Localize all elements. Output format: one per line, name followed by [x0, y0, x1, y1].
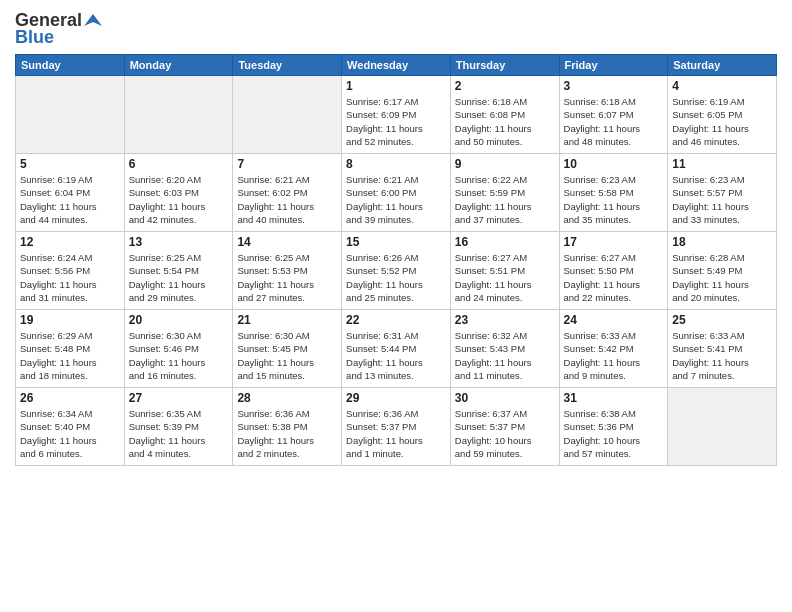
- day-info: Sunrise: 6:24 AM Sunset: 5:56 PM Dayligh…: [20, 251, 120, 304]
- day-cell: 13Sunrise: 6:25 AM Sunset: 5:54 PM Dayli…: [124, 232, 233, 310]
- day-number: 20: [129, 313, 229, 327]
- day-cell: [668, 388, 777, 466]
- day-info: Sunrise: 6:17 AM Sunset: 6:09 PM Dayligh…: [346, 95, 446, 148]
- day-cell: 25Sunrise: 6:33 AM Sunset: 5:41 PM Dayli…: [668, 310, 777, 388]
- weekday-header-tuesday: Tuesday: [233, 55, 342, 76]
- day-number: 1: [346, 79, 446, 93]
- day-number: 21: [237, 313, 337, 327]
- day-info: Sunrise: 6:32 AM Sunset: 5:43 PM Dayligh…: [455, 329, 555, 382]
- logo-blue: Blue: [15, 27, 54, 48]
- day-info: Sunrise: 6:19 AM Sunset: 6:05 PM Dayligh…: [672, 95, 772, 148]
- day-cell: 16Sunrise: 6:27 AM Sunset: 5:51 PM Dayli…: [450, 232, 559, 310]
- day-number: 18: [672, 235, 772, 249]
- page-header: General Blue: [15, 10, 777, 48]
- day-cell: 3Sunrise: 6:18 AM Sunset: 6:07 PM Daylig…: [559, 76, 668, 154]
- day-cell: 11Sunrise: 6:23 AM Sunset: 5:57 PM Dayli…: [668, 154, 777, 232]
- calendar-table: SundayMondayTuesdayWednesdayThursdayFrid…: [15, 54, 777, 466]
- day-number: 12: [20, 235, 120, 249]
- day-info: Sunrise: 6:23 AM Sunset: 5:58 PM Dayligh…: [564, 173, 664, 226]
- day-cell: 28Sunrise: 6:36 AM Sunset: 5:38 PM Dayli…: [233, 388, 342, 466]
- day-number: 2: [455, 79, 555, 93]
- day-cell: 22Sunrise: 6:31 AM Sunset: 5:44 PM Dayli…: [342, 310, 451, 388]
- week-row-5: 26Sunrise: 6:34 AM Sunset: 5:40 PM Dayli…: [16, 388, 777, 466]
- svg-marker-0: [84, 14, 102, 26]
- day-cell: [233, 76, 342, 154]
- day-number: 6: [129, 157, 229, 171]
- day-number: 22: [346, 313, 446, 327]
- day-number: 7: [237, 157, 337, 171]
- weekday-header-sunday: Sunday: [16, 55, 125, 76]
- day-info: Sunrise: 6:27 AM Sunset: 5:50 PM Dayligh…: [564, 251, 664, 304]
- day-cell: 9Sunrise: 6:22 AM Sunset: 5:59 PM Daylig…: [450, 154, 559, 232]
- day-number: 9: [455, 157, 555, 171]
- day-number: 31: [564, 391, 664, 405]
- day-number: 11: [672, 157, 772, 171]
- day-info: Sunrise: 6:18 AM Sunset: 6:07 PM Dayligh…: [564, 95, 664, 148]
- day-info: Sunrise: 6:30 AM Sunset: 5:46 PM Dayligh…: [129, 329, 229, 382]
- day-info: Sunrise: 6:21 AM Sunset: 6:00 PM Dayligh…: [346, 173, 446, 226]
- day-number: 25: [672, 313, 772, 327]
- day-cell: 23Sunrise: 6:32 AM Sunset: 5:43 PM Dayli…: [450, 310, 559, 388]
- day-info: Sunrise: 6:21 AM Sunset: 6:02 PM Dayligh…: [237, 173, 337, 226]
- day-number: 30: [455, 391, 555, 405]
- day-cell: 8Sunrise: 6:21 AM Sunset: 6:00 PM Daylig…: [342, 154, 451, 232]
- day-cell: 21Sunrise: 6:30 AM Sunset: 5:45 PM Dayli…: [233, 310, 342, 388]
- day-cell: 30Sunrise: 6:37 AM Sunset: 5:37 PM Dayli…: [450, 388, 559, 466]
- weekday-header-row: SundayMondayTuesdayWednesdayThursdayFrid…: [16, 55, 777, 76]
- day-cell: 20Sunrise: 6:30 AM Sunset: 5:46 PM Dayli…: [124, 310, 233, 388]
- day-info: Sunrise: 6:37 AM Sunset: 5:37 PM Dayligh…: [455, 407, 555, 460]
- weekday-header-saturday: Saturday: [668, 55, 777, 76]
- day-cell: 26Sunrise: 6:34 AM Sunset: 5:40 PM Dayli…: [16, 388, 125, 466]
- day-number: 15: [346, 235, 446, 249]
- day-info: Sunrise: 6:35 AM Sunset: 5:39 PM Dayligh…: [129, 407, 229, 460]
- day-number: 17: [564, 235, 664, 249]
- weekday-header-wednesday: Wednesday: [342, 55, 451, 76]
- day-cell: 18Sunrise: 6:28 AM Sunset: 5:49 PM Dayli…: [668, 232, 777, 310]
- day-info: Sunrise: 6:33 AM Sunset: 5:42 PM Dayligh…: [564, 329, 664, 382]
- day-info: Sunrise: 6:36 AM Sunset: 5:38 PM Dayligh…: [237, 407, 337, 460]
- day-info: Sunrise: 6:33 AM Sunset: 5:41 PM Dayligh…: [672, 329, 772, 382]
- day-number: 24: [564, 313, 664, 327]
- day-cell: [16, 76, 125, 154]
- day-cell: 2Sunrise: 6:18 AM Sunset: 6:08 PM Daylig…: [450, 76, 559, 154]
- day-number: 8: [346, 157, 446, 171]
- day-number: 13: [129, 235, 229, 249]
- day-cell: 29Sunrise: 6:36 AM Sunset: 5:37 PM Dayli…: [342, 388, 451, 466]
- day-cell: 17Sunrise: 6:27 AM Sunset: 5:50 PM Dayli…: [559, 232, 668, 310]
- day-number: 27: [129, 391, 229, 405]
- day-number: 16: [455, 235, 555, 249]
- day-info: Sunrise: 6:31 AM Sunset: 5:44 PM Dayligh…: [346, 329, 446, 382]
- day-info: Sunrise: 6:29 AM Sunset: 5:48 PM Dayligh…: [20, 329, 120, 382]
- logo-bird-icon: [84, 12, 102, 30]
- day-cell: 5Sunrise: 6:19 AM Sunset: 6:04 PM Daylig…: [16, 154, 125, 232]
- day-cell: 4Sunrise: 6:19 AM Sunset: 6:05 PM Daylig…: [668, 76, 777, 154]
- day-info: Sunrise: 6:25 AM Sunset: 5:54 PM Dayligh…: [129, 251, 229, 304]
- day-number: 26: [20, 391, 120, 405]
- week-row-4: 19Sunrise: 6:29 AM Sunset: 5:48 PM Dayli…: [16, 310, 777, 388]
- day-cell: 14Sunrise: 6:25 AM Sunset: 5:53 PM Dayli…: [233, 232, 342, 310]
- day-info: Sunrise: 6:25 AM Sunset: 5:53 PM Dayligh…: [237, 251, 337, 304]
- day-info: Sunrise: 6:22 AM Sunset: 5:59 PM Dayligh…: [455, 173, 555, 226]
- day-cell: 12Sunrise: 6:24 AM Sunset: 5:56 PM Dayli…: [16, 232, 125, 310]
- day-cell: 1Sunrise: 6:17 AM Sunset: 6:09 PM Daylig…: [342, 76, 451, 154]
- weekday-header-thursday: Thursday: [450, 55, 559, 76]
- day-cell: 27Sunrise: 6:35 AM Sunset: 5:39 PM Dayli…: [124, 388, 233, 466]
- day-cell: 6Sunrise: 6:20 AM Sunset: 6:03 PM Daylig…: [124, 154, 233, 232]
- weekday-header-monday: Monday: [124, 55, 233, 76]
- day-info: Sunrise: 6:28 AM Sunset: 5:49 PM Dayligh…: [672, 251, 772, 304]
- day-number: 28: [237, 391, 337, 405]
- day-number: 19: [20, 313, 120, 327]
- day-info: Sunrise: 6:26 AM Sunset: 5:52 PM Dayligh…: [346, 251, 446, 304]
- day-number: 5: [20, 157, 120, 171]
- day-number: 3: [564, 79, 664, 93]
- day-info: Sunrise: 6:19 AM Sunset: 6:04 PM Dayligh…: [20, 173, 120, 226]
- day-info: Sunrise: 6:30 AM Sunset: 5:45 PM Dayligh…: [237, 329, 337, 382]
- week-row-2: 5Sunrise: 6:19 AM Sunset: 6:04 PM Daylig…: [16, 154, 777, 232]
- day-info: Sunrise: 6:36 AM Sunset: 5:37 PM Dayligh…: [346, 407, 446, 460]
- logo: General Blue: [15, 10, 102, 48]
- day-info: Sunrise: 6:20 AM Sunset: 6:03 PM Dayligh…: [129, 173, 229, 226]
- week-row-1: 1Sunrise: 6:17 AM Sunset: 6:09 PM Daylig…: [16, 76, 777, 154]
- day-number: 4: [672, 79, 772, 93]
- calendar-page: General Blue SundayMondayTuesdayWednesda…: [0, 0, 792, 612]
- day-cell: 10Sunrise: 6:23 AM Sunset: 5:58 PM Dayli…: [559, 154, 668, 232]
